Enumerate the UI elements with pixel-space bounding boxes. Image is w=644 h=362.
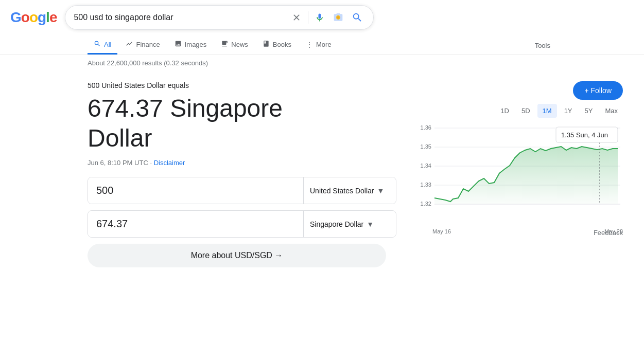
x-label-may28: May 28 — [604, 228, 623, 234]
nav-books-label: Books — [273, 41, 291, 48]
from-input-row: United States Dollar ▼ — [88, 177, 396, 204]
svg-text:1.34: 1.34 — [421, 162, 431, 169]
price-chart: 1.36 1.35 1.34 1.33 1.32 — [417, 122, 623, 225]
chart-x-labels: May 16 May 28 — [417, 226, 623, 234]
conversion-result: 674.37 Singapore Dollar — [88, 94, 396, 153]
chart-wrapper: 1.36 1.35 1.34 1.33 1.32 — [417, 122, 623, 225]
conversion-meta: Jun 6, 8:10 PM UTC · Disclaimer — [88, 159, 396, 167]
voice-search-button[interactable] — [312, 10, 327, 25]
more-about-button[interactable]: More about USD/SGD → — [88, 244, 386, 267]
chart-tab-max[interactable]: Max — [600, 104, 623, 118]
image-search-button[interactable] — [331, 10, 345, 25]
images-icon — [175, 40, 182, 49]
nav-item-images[interactable]: Images — [168, 35, 213, 55]
nav-item-books[interactable]: Books — [256, 35, 298, 55]
left-panel: 500 United States Dollar equals 674.37 S… — [88, 81, 396, 267]
nav-item-all[interactable]: All — [88, 35, 117, 55]
chart-tab-1y[interactable]: 1Y — [559, 104, 578, 118]
nav-images-label: Images — [185, 41, 207, 48]
right-panel: + Follow 1D 5D 1M 1Y 5Y Max 1.36 1.35 1.… — [417, 81, 623, 267]
svg-text:1.35: 1.35 — [421, 143, 431, 150]
from-currency-select[interactable]: United States Dollar ▼ — [303, 177, 396, 204]
nav-bar: All Finance Images News Books ⋮ More Too… — [0, 35, 644, 55]
from-currency-chevron-icon: ▼ — [377, 187, 385, 195]
search-divider — [308, 11, 308, 24]
main-content: 500 United States Dollar equals 674.37 S… — [0, 71, 644, 278]
finance-icon — [126, 40, 133, 49]
from-currency-label: United States Dollar — [310, 187, 374, 195]
conversion-result-line1: 674.37 Singapore — [88, 95, 283, 122]
chart-area — [434, 147, 618, 204]
to-currency-label: Singapore Dollar — [310, 220, 363, 228]
svg-text:1.32: 1.32 — [421, 201, 431, 207]
books-icon — [263, 40, 270, 49]
disclaimer-link[interactable]: Disclaimer — [154, 159, 185, 167]
amount-input[interactable] — [88, 177, 303, 204]
google-search-button[interactable] — [350, 10, 365, 25]
nav-news-label: News — [231, 41, 248, 48]
conversion-header: 500 United States Dollar equals — [88, 81, 396, 89]
to-currency-chevron-icon: ▼ — [367, 220, 374, 228]
chart-tooltip-value: 1.35 Sun, 4 Jun — [561, 131, 608, 139]
google-logo: Google — [10, 9, 57, 26]
result-input[interactable] — [88, 211, 303, 237]
clear-search-button[interactable] — [289, 10, 304, 25]
right-header: + Follow — [417, 81, 623, 100]
to-input-row: Singapore Dollar ▼ — [88, 210, 396, 238]
nav-item-news[interactable]: News — [215, 35, 254, 55]
svg-text:1.33: 1.33 — [421, 182, 431, 188]
nav-item-more[interactable]: ⋮ More — [300, 35, 338, 55]
nav-all-label: All — [104, 41, 111, 48]
tools-button[interactable]: Tools — [529, 37, 556, 53]
chart-tab-5d[interactable]: 5D — [516, 104, 535, 118]
conversion-result-line2: Dollar — [88, 124, 152, 152]
chart-tab-1d[interactable]: 1D — [495, 104, 514, 118]
to-currency-select[interactable]: Singapore Dollar ▼ — [303, 211, 396, 237]
all-icon — [94, 40, 101, 49]
nav-item-finance[interactable]: Finance — [119, 35, 166, 55]
chart-tab-5y[interactable]: 5Y — [580, 104, 598, 118]
nav-finance-label: Finance — [136, 41, 160, 48]
chart-tab-1m[interactable]: 1M — [537, 104, 557, 118]
conversion-timestamp: Jun 6, 8:10 PM UTC — [88, 159, 148, 167]
news-icon — [221, 40, 228, 49]
top-bar: Google — [0, 0, 644, 35]
chart-tabs: 1D 5D 1M 1Y 5Y Max — [417, 104, 623, 118]
meta-separator: · — [150, 159, 153, 167]
results-info: About 22,600,000 results (0.32 seconds) — [0, 55, 644, 71]
nav-more-label: More — [316, 41, 332, 48]
search-input[interactable] — [74, 13, 285, 22]
more-icon: ⋮ — [306, 41, 313, 49]
follow-button[interactable]: + Follow — [573, 81, 623, 100]
svg-text:1.36: 1.36 — [421, 124, 431, 131]
search-bar-container — [65, 5, 374, 30]
x-label-may16: May 16 — [432, 228, 451, 234]
